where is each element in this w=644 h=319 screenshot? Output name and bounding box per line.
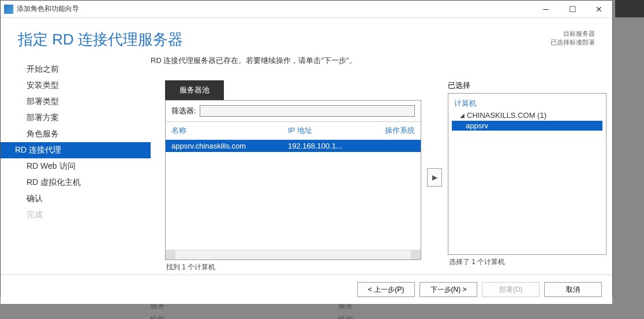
filter-input[interactable] xyxy=(200,105,415,117)
previous-button[interactable]: < 上一步(P) xyxy=(357,282,415,297)
maximize-button[interactable]: ☐ xyxy=(559,1,586,18)
selected-computers-panel: 计算机 ◢ CHINASKILLS.COM (1) appsrv xyxy=(448,93,606,255)
bg-taskbar-fragment xyxy=(615,0,644,17)
found-count-label: 找到 1 个计算机 xyxy=(165,260,421,275)
tab-server-pool[interactable]: 服务器池 xyxy=(165,80,224,100)
sidebar-item-confirm[interactable]: 确认 xyxy=(1,191,151,207)
target-server-label: 目标服务器 xyxy=(551,29,595,38)
scroll-right-button[interactable] xyxy=(411,250,421,259)
wizard-steps-sidebar: 开始之前 安装类型 部署类型 部署方案 角色服务 RD 连接代理 RD Web … xyxy=(1,55,151,275)
sidebar-item-rd-virtualization[interactable]: RD 虚拟化主机 xyxy=(1,175,151,191)
window-title: 添加角色和功能向导 xyxy=(17,4,533,14)
tree-leaf[interactable]: appsrv xyxy=(452,121,602,131)
sidebar-item-deploy-type[interactable]: 部署类型 xyxy=(1,94,151,110)
wizard-window: 添加角色和功能向导 ─ ☐ ✕ 指定 RD 连接代理服务器 目标服务器 已选择标… xyxy=(0,0,613,297)
page-title: 指定 RD 连接代理服务器 xyxy=(18,29,551,50)
next-button[interactable]: 下一步(N) > xyxy=(420,282,477,297)
table-row[interactable]: appsrv.chinaskills.com 192.168.100.1... xyxy=(166,140,421,152)
server-table-body: appsrv.chinaskills.com 192.168.100.1... xyxy=(166,140,421,250)
sidebar-item-deploy-plan[interactable]: 部署方案 xyxy=(1,110,151,126)
sidebar-item-rd-web[interactable]: RD Web 访问 xyxy=(1,158,151,175)
app-icon xyxy=(4,5,13,14)
deployment-label: 已选择标准部署 xyxy=(551,38,595,47)
bg-label: 性能 xyxy=(150,314,165,319)
titlebar[interactable]: 添加角色和功能向导 ─ ☐ ✕ xyxy=(1,1,612,18)
sidebar-item-install-type[interactable]: 安装类型 xyxy=(1,77,151,94)
instruction-text: RD 连接代理服务器已存在。若要继续操作，请单击"下一步"。 xyxy=(151,55,612,66)
tree-group[interactable]: ◢ CHINASKILLS.COM (1) xyxy=(452,110,602,121)
wizard-button-bar: < 上一步(P) 下一步(N) > 部署(D) 取消 xyxy=(1,275,612,304)
sidebar-item-complete: 完成 xyxy=(1,207,151,223)
cell-os xyxy=(369,142,415,150)
selected-count-label: 选择了 1 个计算机 xyxy=(448,255,606,269)
close-button[interactable]: ✕ xyxy=(586,1,612,18)
sidebar-item-role-service[interactable]: 角色服务 xyxy=(1,126,151,142)
scroll-left-button[interactable] xyxy=(166,250,175,259)
cell-ip: 192.168.100.1... xyxy=(288,142,369,150)
server-pool-panel: 筛选器: 名称 IP 地址 操作系统 appsrv.chinaskills.co… xyxy=(165,100,421,260)
selected-column-header[interactable]: 计算机 xyxy=(452,97,602,110)
column-header-name[interactable]: 名称 xyxy=(171,125,288,136)
deploy-button: 部署(D) xyxy=(482,282,540,297)
add-to-selected-button[interactable]: ▶ xyxy=(427,168,442,187)
selected-label: 已选择 xyxy=(448,80,606,91)
horizontal-scrollbar[interactable] xyxy=(166,250,421,259)
column-header-ip[interactable]: IP 地址 xyxy=(288,125,369,136)
cancel-button[interactable]: 取消 xyxy=(544,282,602,297)
tree-group-label: CHINASKILLS.COM (1) xyxy=(467,111,546,120)
sidebar-item-rd-connection-broker[interactable]: RD 连接代理 xyxy=(1,142,151,158)
tree-caret-icon: ◢ xyxy=(460,112,465,118)
column-header-os[interactable]: 操作系统 xyxy=(369,125,415,136)
bg-label: 性能 xyxy=(338,314,353,319)
cell-name: appsrv.chinaskills.com xyxy=(171,142,288,150)
minimize-button[interactable]: ─ xyxy=(533,1,559,18)
sidebar-item-before-begin[interactable]: 开始之前 xyxy=(1,61,151,77)
filter-label: 筛选器: xyxy=(171,106,196,116)
